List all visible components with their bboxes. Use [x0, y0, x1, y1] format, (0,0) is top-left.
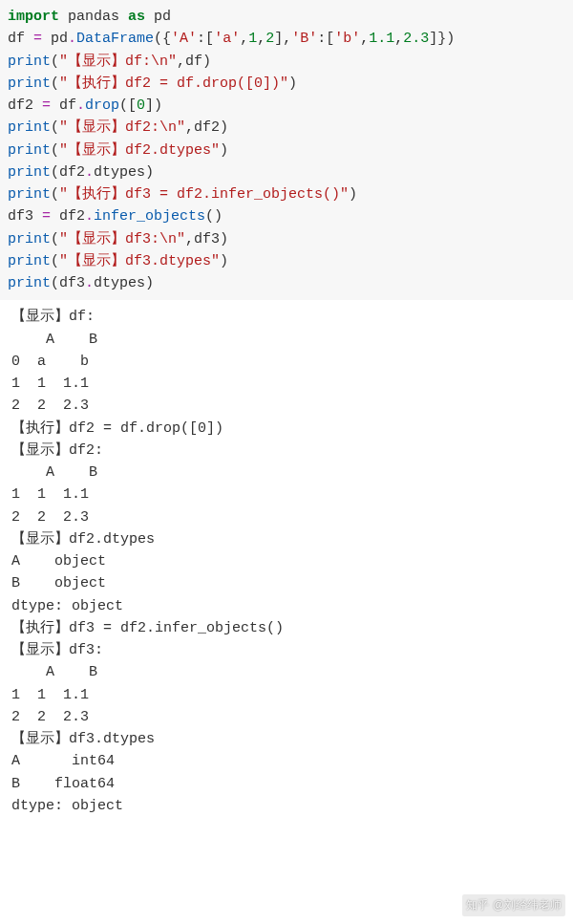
paren: ( [51, 253, 59, 269]
print-call: print [8, 275, 51, 291]
str-lc-b: 'b' [334, 31, 360, 47]
paren: ( [51, 142, 59, 159]
punct: :[ [197, 31, 214, 47]
print-call: print [8, 186, 51, 203]
keyword-import: import [8, 9, 59, 25]
paren: ( [51, 75, 59, 92]
assign-op: = [42, 208, 51, 225]
print-call: print [8, 142, 51, 159]
paren: ( [51, 54, 59, 70]
punct: ], [274, 31, 291, 47]
str-show-df: "【显示】df:\n" [59, 54, 177, 70]
dataframe-call: DataFrame [76, 31, 154, 47]
dot-op: . [76, 97, 85, 114]
str-show-df2: "【显示】df2:\n" [59, 119, 185, 136]
alias-name: pd [145, 9, 171, 25]
close: ]) [145, 97, 162, 114]
df2-ref: df2 [51, 208, 85, 225]
var-df3: df3 [8, 208, 42, 225]
paren: () [205, 208, 223, 225]
str-show-df2types: "【显示】df2.dtypes" [59, 142, 220, 159]
var-df: df [8, 31, 33, 47]
print-call: print [8, 119, 51, 136]
paren-close: ) [220, 253, 228, 269]
paren-close: ) [145, 164, 154, 181]
str-a: 'A' [171, 31, 197, 47]
df-ref: df [51, 97, 76, 114]
module-name: pandas [59, 9, 128, 25]
var-df2: df2 [8, 97, 42, 114]
dot-op: . [85, 208, 94, 225]
paren: ( [51, 231, 59, 247]
paren-close: ) [349, 186, 357, 203]
assign-op: = [42, 97, 51, 114]
drop-call: drop [85, 97, 119, 114]
print-call: print [8, 253, 51, 269]
assign-op: = [33, 31, 42, 47]
infer-call: infer_objects [94, 208, 205, 225]
output-cell: 【显示】df: A B 0 a b 1 1 1.1 2 2 2.3 【执行】df… [0, 300, 573, 823]
str-b: 'B' [291, 31, 317, 47]
paren: ({ [154, 31, 171, 47]
paren-close: ) [288, 75, 297, 92]
print-call: print [8, 164, 51, 181]
comma: , [257, 31, 265, 47]
dtypes-attr: dtypes [94, 164, 145, 181]
dot-op: . [68, 31, 76, 47]
dtypes-attr: dtypes [94, 275, 145, 291]
keyword-as: as [128, 9, 145, 25]
paren-close: ) [220, 142, 228, 159]
paren: ( [51, 119, 59, 136]
code-cell: import pandas as pd df = pd.DataFrame({'… [0, 0, 573, 300]
args-close: ,df2) [185, 119, 228, 136]
str-exec-drop: "【执行】df2 = df.drop([0])" [59, 75, 288, 92]
comma: , [240, 31, 248, 47]
paren: (df2 [51, 164, 85, 181]
print-call: print [8, 231, 51, 247]
str-exec-infer: "【执行】df3 = df2.infer_objects()" [59, 186, 349, 203]
num-0: 0 [137, 97, 145, 114]
print-call: print [8, 54, 51, 70]
comma: , [394, 31, 403, 47]
comma: , [360, 31, 369, 47]
paren: (df3 [51, 275, 85, 291]
str-show-df3types: "【显示】df3.dtypes" [59, 253, 220, 269]
close: ]}) [429, 31, 455, 47]
paren: ([ [119, 97, 137, 114]
paren: ( [51, 186, 59, 203]
num-1p1: 1.1 [369, 31, 394, 47]
args-close: ,df) [177, 54, 211, 70]
num-2: 2 [265, 31, 274, 47]
num-1: 1 [248, 31, 257, 47]
pd-ref: pd [42, 31, 68, 47]
punct: :[ [317, 31, 334, 47]
num-2p3: 2.3 [403, 31, 429, 47]
dot-op: . [85, 275, 94, 291]
paren-close: ) [145, 275, 154, 291]
args-close: ,df3) [185, 231, 228, 247]
dot-op: . [85, 164, 94, 181]
str-lc-a: 'a' [214, 31, 240, 47]
print-call: print [8, 75, 51, 92]
str-show-df3: "【显示】df3:\n" [59, 231, 185, 247]
